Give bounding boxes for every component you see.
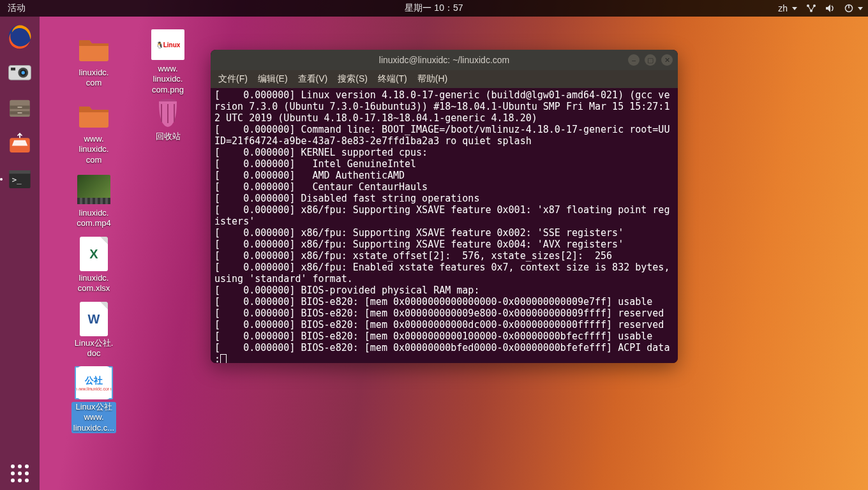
terminal-icon: >_ xyxy=(6,166,33,193)
icon-label: www. linuxidc. com.png xyxy=(152,64,184,95)
svg-rect-4 xyxy=(848,4,849,8)
desktop-folder-linuxidc[interactable]: linuxidc. com xyxy=(59,32,129,89)
folder-icon xyxy=(77,32,110,65)
terminal-output[interactable]: [ 0.000000] Linux version 4.18.0-17-gene… xyxy=(211,88,678,363)
desktop-publisher-link[interactable]: 公社www.linuxidc.com Linux公社 www. linuxidc… xyxy=(59,366,129,433)
dock-firefox[interactable] xyxy=(4,20,36,52)
firefox-icon xyxy=(6,23,33,50)
show-applications-button[interactable] xyxy=(10,463,30,484)
svg-rect-18 xyxy=(9,170,30,174)
close-button[interactable]: ✕ xyxy=(661,54,673,66)
icon-label: Linux公社 www. linuxidc.c... xyxy=(71,402,116,433)
dock-files[interactable] xyxy=(4,92,36,124)
svg-rect-10 xyxy=(11,68,15,70)
menu-help[interactable]: 帮助(H) xyxy=(417,73,447,85)
image-icon: 公社www.linuxidc.com xyxy=(77,366,110,399)
menu-terminal[interactable]: 终端(T) xyxy=(378,73,407,85)
desktop-folder-www[interactable]: www. linuxidc. com xyxy=(59,98,129,165)
dock-camera[interactable] xyxy=(4,56,36,88)
icon-label: www. linuxidc. com xyxy=(79,134,109,165)
desktop-png[interactable]: 🐧Linux www. linuxidc. com.png xyxy=(133,28,203,95)
camera-icon xyxy=(6,59,33,85)
system-tray: zh xyxy=(778,3,863,13)
icon-label: Linux公社. doc xyxy=(75,338,114,359)
desktop-xlsx[interactable]: X linuxidc. com.xlsx xyxy=(59,237,129,294)
minimize-button[interactable]: – xyxy=(628,54,640,66)
activities-button[interactable]: 活动 xyxy=(0,3,33,14)
icon-label: linuxidc. com xyxy=(79,68,109,89)
software-center-icon xyxy=(6,130,33,157)
svg-point-9 xyxy=(22,71,25,74)
terminal-window[interactable]: linuxidc@linuxidc: ~/linuxidc.com – ▢ ✕ … xyxy=(211,50,678,363)
svg-rect-14 xyxy=(18,107,22,108)
desktop-video[interactable]: linuxidc. com.mp4 xyxy=(59,172,129,229)
window-title: linuxidc@linuxidc: ~/linuxidc.com xyxy=(379,55,509,65)
desktop-doc[interactable]: W Linux公社. doc xyxy=(59,302,129,359)
clock[interactable]: 星期一 10：57 xyxy=(405,3,463,14)
menu-edit[interactable]: 编辑(E) xyxy=(258,73,288,85)
power-icon[interactable] xyxy=(844,4,863,13)
menu-view[interactable]: 查看(V) xyxy=(298,73,328,85)
icon-label: linuxidc. com.xlsx xyxy=(78,273,110,294)
icon-label: 回收站 xyxy=(156,131,181,142)
image-icon: 🐧Linux xyxy=(151,28,184,61)
files-icon xyxy=(6,94,33,121)
dock-software[interactable] xyxy=(4,128,36,160)
xlsx-icon: X xyxy=(77,237,110,271)
video-icon xyxy=(77,172,110,205)
folder-icon xyxy=(77,98,110,131)
dock: >_ xyxy=(0,17,40,490)
ime-indicator[interactable]: zh xyxy=(778,3,797,13)
icon-label: linuxidc. com.mp4 xyxy=(77,208,110,229)
desktop-trash[interactable]: 回收站 xyxy=(133,96,203,142)
dock-terminal[interactable]: >_ xyxy=(4,163,36,195)
svg-rect-15 xyxy=(18,112,22,114)
trash-icon xyxy=(151,96,184,129)
volume-icon[interactable] xyxy=(825,4,835,13)
menu-search[interactable]: 搜索(S) xyxy=(338,73,368,85)
terminal-titlebar[interactable]: linuxidc@linuxidc: ~/linuxidc.com – ▢ ✕ xyxy=(211,50,678,70)
doc-icon: W xyxy=(77,302,110,336)
terminal-menubar: 文件(F) 编辑(E) 查看(V) 搜索(S) 终端(T) 帮助(H) xyxy=(211,70,678,88)
maximize-button[interactable]: ▢ xyxy=(645,54,656,66)
menu-file[interactable]: 文件(F) xyxy=(218,73,248,85)
top-bar: 活动 星期一 10：57 zh xyxy=(0,0,868,17)
svg-text:>_: >_ xyxy=(12,175,22,184)
network-icon[interactable] xyxy=(806,4,816,13)
